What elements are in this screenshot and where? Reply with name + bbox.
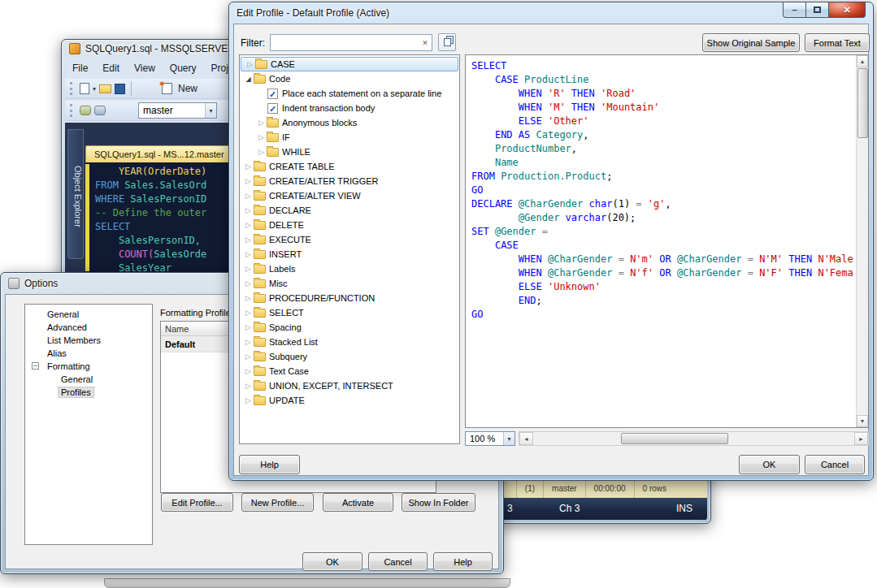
vertical-scrollbar[interactable]: ▲ ▼ [856, 55, 868, 427]
document-tab[interactable]: SQLQuery1.sql - MS...12.master [85, 145, 233, 162]
edit-profile-button[interactable]: Edit Profile... [161, 493, 233, 512]
object-explorer-tab[interactable]: Object Explorer [67, 129, 84, 259]
dropdown-icon[interactable]: ▾ [205, 103, 216, 118]
collapsed-arrow-icon[interactable]: ▷ [256, 133, 267, 141]
menu-item-query[interactable]: Query [163, 60, 204, 76]
new-query-label[interactable]: New [178, 83, 198, 94]
toolbar-grip[interactable] [70, 82, 73, 95]
scroll-up-icon[interactable]: ▲ [857, 55, 868, 67]
collapsed-arrow-icon[interactable]: ▷ [243, 352, 254, 361]
help-button[interactable]: Help [239, 455, 300, 474]
profile-tree-item-spacing[interactable]: ▷Spacing [240, 320, 459, 335]
ok-button[interactable]: OK [739, 455, 800, 474]
cancel-button[interactable]: Cancel [805, 455, 865, 474]
horizontal-scroll-thumb[interactable] [621, 433, 728, 444]
options-tree-item-alias[interactable]: Alias [25, 347, 152, 360]
available-databases-combo[interactable]: master ▾ [138, 102, 217, 119]
collapsed-arrow-icon[interactable]: ▷ [243, 382, 254, 390]
show-original-sample-button[interactable]: Show Original Sample [702, 33, 800, 52]
new-document-icon[interactable] [80, 83, 89, 94]
scroll-right-icon[interactable]: ► [854, 432, 868, 445]
activate-button[interactable]: Activate [323, 493, 393, 512]
cancel-button[interactable]: Cancel [368, 552, 428, 571]
collapsed-arrow-icon[interactable]: ▷ [243, 309, 254, 317]
collapsed-arrow-icon[interactable]: ▷ [243, 206, 254, 214]
collapsed-arrow-icon[interactable]: ▷ [243, 294, 254, 302]
clear-filter-icon[interactable]: ✕ [419, 39, 432, 47]
dropdown-icon[interactable]: ▾ [503, 432, 514, 445]
collapsed-arrow-icon[interactable]: ▷ [243, 323, 254, 331]
maximize-button[interactable] [806, 2, 829, 18]
options-tree-item-advanced[interactable]: Advanced [25, 321, 152, 334]
profile-tree-item-subquery[interactable]: ▷Subquery [240, 349, 459, 364]
profile-tree-item-while[interactable]: ▷WHILE [240, 145, 459, 159]
collapsed-arrow-icon[interactable]: ▷ [243, 192, 254, 200]
database-icon[interactable] [80, 106, 91, 115]
new-profile-button[interactable]: New Profile... [241, 493, 314, 512]
profile-tree-item-if[interactable]: ▷IF [240, 130, 459, 145]
show-in-folder-button[interactable]: Show In Folder [402, 493, 475, 512]
profile-tree-item-update[interactable]: ▷UPDATE [240, 393, 459, 408]
profile-tree-item-create-alter-trigger[interactable]: ▷CREATE/ALTER TRIGGER [240, 174, 459, 188]
options-tree-item-formatting[interactable]: −Formatting [25, 360, 152, 373]
profile-tree-item-case[interactable]: ▷CASE [241, 57, 458, 71]
profile-tree-item-create-alter-view[interactable]: ▷CREATE/ALTER VIEW [240, 188, 459, 203]
tree-expander-icon[interactable]: − [32, 362, 39, 370]
edit-profile-titlebar[interactable]: Edit Profile - Default Profile (Active) [229, 2, 873, 24]
options-tree-item-list-members[interactable]: List Members [25, 334, 152, 347]
profile-tree-item-select[interactable]: ▷SELECT [240, 305, 459, 320]
new-query-icon[interactable] [162, 83, 172, 94]
copy-profile-button[interactable] [438, 33, 456, 51]
profile-tree-item-procedure-function[interactable]: ▷PROCEDURE/FUNCTION [240, 291, 459, 305]
vertical-scroll-thumb[interactable] [857, 68, 868, 138]
checkbox[interactable]: ✓ [267, 89, 278, 99]
collapsed-arrow-icon[interactable]: ▷ [245, 60, 255, 68]
ok-button[interactable]: OK [302, 552, 363, 571]
options-tree-item-profiles[interactable]: Profiles [25, 386, 152, 399]
profile-tree-item-misc[interactable]: ▷Misc [240, 276, 459, 291]
minimize-button[interactable]: – [783, 2, 806, 18]
collapsed-arrow-icon[interactable]: ▷ [256, 119, 267, 127]
dropdown-icon[interactable]: ▾ [93, 85, 96, 93]
profile-tree-item-place-each-statement-on-a-separate-line[interactable]: ✓Place each statement on a separate line [240, 86, 459, 101]
filter-input[interactable] [271, 36, 419, 50]
profile-tree-item-stacked-list[interactable]: ▷Stacked List [240, 335, 459, 349]
profile-tree-item-declare[interactable]: ▷DECLARE [240, 203, 459, 218]
zoom-combo[interactable]: 100 % ▾ [465, 431, 515, 446]
close-button[interactable]: ✕ [829, 2, 866, 18]
profile-tree-item-union-except-intersect[interactable]: ▷UNION, EXCEPT, INTERSECT [240, 378, 459, 393]
toolbar-grip[interactable] [70, 104, 73, 117]
collapsed-arrow-icon[interactable]: ▷ [243, 396, 254, 404]
profile-tree-item-indent-transaction-body[interactable]: ✓Indent transaction body [240, 101, 459, 115]
profile-tree-item-delete[interactable]: ▷DELETE [240, 218, 459, 232]
collapsed-arrow-icon[interactable]: ▷ [243, 265, 254, 273]
format-text-button[interactable]: Format Text [805, 33, 870, 52]
profile-tree-item-anonymous-blocks[interactable]: ▷Anonymous blocks [240, 115, 459, 130]
checkbox[interactable]: ✓ [267, 103, 278, 114]
database-alt-icon[interactable] [94, 106, 106, 115]
options-tree-item-general[interactable]: General [25, 308, 152, 321]
options-tree-item-general[interactable]: General [25, 373, 152, 386]
profile-tree-item-text-case[interactable]: ▷Text Case [240, 364, 459, 378]
menu-item-edit[interactable]: Edit [95, 60, 127, 76]
collapsed-arrow-icon[interactable]: ▷ [243, 367, 254, 375]
scroll-left-icon[interactable]: ◄ [519, 432, 533, 445]
open-folder-icon[interactable] [99, 84, 111, 93]
scroll-down-icon[interactable]: ▼ [857, 415, 868, 427]
expanded-arrow-icon[interactable]: ◢ [243, 76, 254, 83]
collapsed-arrow-icon[interactable]: ▷ [243, 162, 254, 171]
profile-tree-item-code[interactable]: ◢Code [240, 71, 459, 86]
collapsed-arrow-icon[interactable]: ▷ [256, 148, 267, 156]
profile-tree-item-execute[interactable]: ▷EXECUTE [240, 232, 459, 247]
profile-tree-item-labels[interactable]: ▷Labels [240, 262, 459, 276]
save-icon[interactable] [115, 84, 125, 94]
menu-item-view[interactable]: View [127, 60, 163, 76]
profile-tree-item-insert[interactable]: ▷INSERT [240, 247, 459, 262]
collapsed-arrow-icon[interactable]: ▷ [243, 338, 254, 346]
collapsed-arrow-icon[interactable]: ▷ [243, 236, 254, 244]
collapsed-arrow-icon[interactable]: ▷ [243, 279, 254, 288]
menu-item-file[interactable]: File [65, 60, 95, 76]
collapsed-arrow-icon[interactable]: ▷ [243, 221, 254, 229]
profile-tree-item-create-table[interactable]: ▷CREATE TABLE [240, 159, 459, 174]
collapsed-arrow-icon[interactable]: ▷ [243, 177, 254, 185]
